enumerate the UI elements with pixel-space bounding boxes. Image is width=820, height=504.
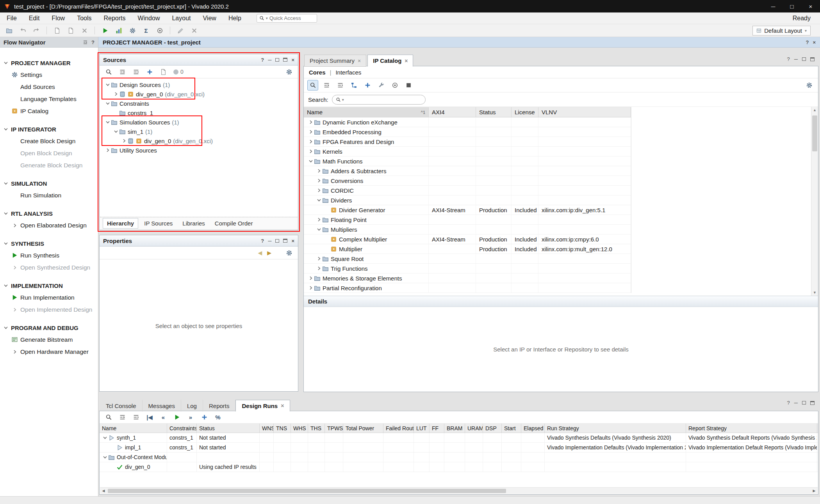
flownav-item-open-elaborated-design[interactable]: Open Elaborated Design — [0, 219, 98, 231]
flownav-header-program-and-debug[interactable]: PROGRAM AND DEBUG — [0, 322, 98, 334]
expander-icon[interactable] — [317, 188, 321, 193]
sources-tab-hierarchy[interactable]: Hierarchy — [103, 218, 138, 229]
expander-icon[interactable] — [4, 283, 8, 288]
menu-window[interactable]: Window — [134, 14, 164, 23]
ip-settings-icon[interactable] — [390, 80, 400, 90]
expand-all-icon[interactable] — [131, 412, 141, 422]
expander-icon[interactable] — [317, 217, 321, 222]
column-header-start[interactable]: Start — [502, 424, 521, 433]
ipcatalog-row-partial-reconfiguration[interactable]: Partial Reconfiguration — [304, 283, 631, 293]
column-header-total-power[interactable]: Total Power — [343, 424, 383, 433]
expand-all-icon[interactable] — [335, 80, 345, 90]
column-header-whs[interactable]: WHS — [291, 424, 308, 433]
collapse-all-icon[interactable] — [117, 412, 127, 422]
add-sources-icon[interactable] — [144, 67, 155, 77]
design-run-row-out-of-context-module-runs[interactable]: Out-of-Context Module Runs — [100, 453, 818, 462]
source-tree-item-sim-1[interactable]: sim_1(1) — [100, 127, 298, 136]
expander-icon[interactable] — [4, 60, 8, 65]
expander-icon[interactable] — [103, 435, 107, 440]
back-icon[interactable]: ◀ — [258, 250, 262, 256]
delete-icon[interactable] — [79, 26, 89, 35]
search-icon[interactable] — [103, 67, 114, 77]
settings-gear-icon[interactable] — [127, 26, 137, 35]
expander-icon[interactable] — [308, 276, 313, 280]
ipcatalog-row-cordic[interactable]: CORDIC — [304, 186, 631, 195]
flownav-item-generate-block-design[interactable]: Generate Block Design — [0, 159, 98, 171]
minimize-panel-icon[interactable]: ─ — [268, 57, 271, 62]
source-tree-item-div-gen-0[interactable]: div_gen_0(div_gen_0.xci) — [100, 136, 298, 146]
flownav-item-run-implementation[interactable]: Run Implementation — [0, 291, 98, 303]
help-icon[interactable]: ? — [787, 57, 790, 62]
column-header-report-strategy[interactable]: Report Strategy — [686, 424, 817, 433]
expander-icon[interactable] — [105, 148, 110, 153]
expander-icon[interactable] — [12, 265, 17, 270]
expander-icon[interactable] — [308, 139, 313, 144]
main-tab-project-summary[interactable]: Project Summary× — [304, 55, 366, 67]
settings-gear-icon[interactable] — [284, 67, 294, 77]
column-header-ths[interactable]: THS — [308, 424, 325, 433]
quick-access-search[interactable]: ▾ — [257, 14, 317, 23]
scroll-up-icon[interactable]: ▲ — [811, 107, 818, 113]
expander-icon[interactable] — [317, 256, 321, 261]
strategy-percent-icon[interactable]: % — [213, 412, 223, 422]
forward-icon[interactable]: » — [185, 412, 196, 422]
expander-icon[interactable] — [105, 101, 110, 106]
sources-tab-ip-sources[interactable]: IP Sources — [140, 218, 176, 228]
scroll-down-icon[interactable]: ▼ — [811, 289, 818, 296]
flownav-item-open-synthesized-design[interactable]: Open Synthesized Design — [0, 261, 98, 273]
stop-icon[interactable] — [403, 80, 414, 90]
maximize-panel-icon[interactable] — [283, 239, 287, 243]
close-icon[interactable]: × — [358, 58, 361, 64]
redo-icon[interactable] — [31, 26, 41, 35]
menu-tools[interactable]: Tools — [73, 14, 96, 23]
flownav-header-ip-integrator[interactable]: IP INTEGRATOR — [0, 123, 98, 135]
minimize-button[interactable]: ─ — [764, 0, 783, 12]
create-run-icon[interactable] — [199, 412, 209, 422]
column-header-name[interactable]: Name — [100, 424, 167, 433]
ipcatalog-row-dynamic-function-exchange[interactable]: Dynamic Function eXchange — [304, 117, 631, 127]
menu-view[interactable]: View — [198, 14, 220, 23]
expander-icon[interactable] — [4, 241, 8, 246]
horizontal-scrollbar[interactable]: ◀ ▶ — [100, 487, 818, 494]
ipcatalog-row-square-root[interactable]: Square Root — [304, 254, 631, 264]
column-header-failed-routes[interactable]: Failed Routes — [383, 424, 414, 433]
expander-icon[interactable] — [317, 266, 321, 271]
ipcatalog-row-multiplier[interactable]: MultiplierProductionIncludedxilinx.com:i… — [304, 244, 631, 254]
source-tree-item-design-sources[interactable]: Design Sources(1) — [100, 80, 298, 89]
scrollbar-thumb[interactable] — [108, 489, 506, 493]
column-header-tns[interactable]: TNS — [274, 424, 291, 433]
expander-icon[interactable] — [308, 286, 313, 290]
column-header-dsp[interactable]: DSP — [483, 424, 502, 433]
ipcatalog-row-fpga-features-and-design[interactable]: FPGA Features and Design — [304, 137, 631, 147]
expander-icon[interactable] — [308, 149, 313, 154]
scroll-left-icon[interactable]: ◀ — [100, 489, 107, 493]
expander-icon[interactable] — [317, 227, 321, 232]
ip-search-input[interactable] — [345, 96, 422, 103]
expander-icon[interactable] — [308, 159, 313, 163]
help-icon[interactable]: ? — [806, 40, 809, 45]
ipcatalog-subtab-interfaces[interactable]: Interfaces — [335, 69, 361, 76]
ipcatalog-row-embedded-processing[interactable]: Embedded Processing — [304, 127, 631, 137]
float-window-icon[interactable] — [275, 58, 279, 62]
flownav-header-rtl-analysis[interactable]: RTL ANALYSIS — [0, 208, 98, 219]
bottom-tab-tcl-console[interactable]: Tcl Console — [100, 400, 143, 412]
bottom-tab-design-runs[interactable]: Design Runs× — [235, 400, 290, 412]
menu-reports[interactable]: Reports — [100, 14, 130, 23]
flownav-item-language-templates[interactable]: Language Templates — [0, 93, 98, 105]
column-header-constraints[interactable]: Constraints — [167, 424, 197, 433]
flownav-item-run-simulation[interactable]: Run Simulation — [0, 189, 98, 201]
bottom-tab-log[interactable]: Log — [181, 400, 203, 412]
undo-icon[interactable] — [18, 26, 28, 35]
expander-icon[interactable] — [12, 350, 17, 354]
column-header-elapsed[interactable]: Elapsed — [521, 424, 545, 433]
maximize-button[interactable]: □ — [783, 0, 801, 12]
add-repository-icon[interactable] — [362, 80, 373, 90]
ip-search-box[interactable]: ▾ — [332, 95, 426, 105]
column-header-run-strategy[interactable]: Run Strategy — [545, 424, 686, 433]
ipcatalog-row-floating-point[interactable]: Floating Point — [304, 215, 631, 225]
ipcatalog-row-conversions[interactable]: Conversions — [304, 176, 631, 186]
flownav-item-settings[interactable]: Settings — [0, 69, 98, 81]
column-header-name[interactable]: Name^1 — [304, 107, 429, 117]
ipcatalog-row-complex-multiplier[interactable]: Complex MultiplierAXI4-StreamProductionI… — [304, 234, 631, 244]
ipcatalog-subtab-cores[interactable]: Cores — [309, 69, 326, 76]
